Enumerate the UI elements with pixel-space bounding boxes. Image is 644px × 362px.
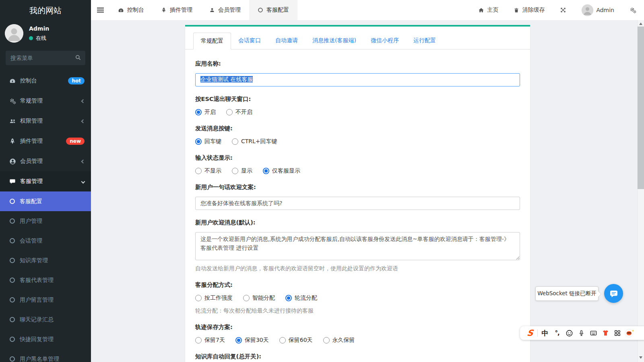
sidebar-submenu: 客服配置 用户管理 会话管理 知识库管理 客服代表管理 用户留言管理 聊天记录汇… [0,191,91,362]
microphone-icon[interactable] [575,326,587,340]
radio-option[interactable]: 保留30天 [235,337,269,344]
sidebar-item-dashboard[interactable]: 控制台 hot [0,71,91,91]
circle-icon [258,7,263,13]
radio-label: CTRL+回车键 [241,138,277,145]
radio-option[interactable]: 智能分配 [243,294,275,302]
home-icon [478,7,484,13]
submenu-item-knowledge-mgmt[interactable]: 知识库管理 [0,251,91,270]
home-link[interactable]: 主页 [471,0,506,20]
submenu-item-session-mgmt[interactable]: 会话管理 [0,231,91,251]
page-scrollbar[interactable] [637,20,644,362]
submenu-label: 会话管理 [20,237,42,245]
cogs-icon [630,7,636,14]
sogou-logo-icon[interactable]: S [523,326,537,340]
radio-icon [226,109,233,115]
fullscreen-button[interactable] [552,0,574,20]
radio-icon [195,295,202,301]
radio-option[interactable]: 开启 [195,109,216,116]
search-icon [75,54,81,61]
radio-option[interactable]: 保留7天 [195,337,225,344]
chat-bubble-button[interactable] [604,284,623,303]
skin-theme-icon[interactable] [599,326,611,340]
radio-icon [195,337,202,343]
radio-option[interactable]: CTRL+回车键 [232,138,277,145]
chat-icon [609,288,619,299]
topbar-tab-members[interactable]: 会员管理 [201,0,249,20]
scroll-up-arrow-icon[interactable] [639,23,642,25]
toolbox-grid-icon[interactable] [611,326,623,340]
settings-button[interactable] [622,0,644,20]
radio-label: 开启 [204,109,216,116]
radio-option[interactable]: 显示 [232,167,252,175]
user-menu[interactable]: Admin [574,0,622,20]
radio-option[interactable]: 不显示 [195,167,221,175]
sidebar-item-general[interactable]: 常规管理 [0,91,91,111]
welcome-message-help: 自动发送给新用户的消息，客服代表的欢迎语留空时，使用此处设置的作为欢迎语 [195,265,520,272]
app-name-input[interactable]: 企业猫测试 在线客服 [195,73,520,86]
sidebar: 我的网站 Admin 在线 控制台 hot 常规管理 权限管理 [0,0,91,362]
sidebar-item-service[interactable]: 客服管理 [0,171,91,191]
topbar-tab-plugins[interactable]: 插件管理 [153,0,201,20]
radio-group-assign-mode: 按工作强度 智能分配 轮流分配 [195,294,520,302]
hamburger-menu-icon[interactable] [91,0,109,20]
welcome-oneliner-input[interactable] [195,197,520,210]
radio-option[interactable]: 仅客服显示 [263,167,300,175]
divider [537,329,538,337]
tab-general-config[interactable]: 常规配置 [193,33,231,49]
submenu-item-service-config[interactable]: 客服配置 [0,191,91,211]
radio-option[interactable]: 回车键 [195,138,221,145]
topbar-tab-label: 会员管理 [218,6,241,14]
rocket-icon [9,138,16,145]
radio-label: 保留7天 [204,337,225,344]
radio-option[interactable]: 轮流分配 [285,294,317,302]
scroll-down-arrow-icon[interactable] [639,356,642,359]
comment-icon [9,178,16,185]
radio-option[interactable]: 永久保留 [323,337,355,344]
submenu-item-quickreply[interactable]: 快捷回复管理 [0,329,91,349]
keyboard-icon[interactable] [587,326,599,340]
radio-icon [232,138,238,145]
emoji-icon[interactable] [563,326,575,340]
chevron-left-icon [81,119,85,123]
radio-group-typing-status: 不显示 显示 仅客服显示 [195,167,520,175]
sidebar-item-permissions[interactable]: 权限管理 [0,111,91,131]
submenu-item-user-mgmt[interactable]: 用户管理 [0,211,91,231]
topbar-tab-service-config[interactable]: 客服配置 [249,0,297,20]
radio-label: 保留30天 [245,337,269,344]
submenu-item-chatlog[interactable]: 聊天记录汇总 [0,310,91,329]
circle-icon [10,317,15,322]
input-method-toolbar: S 中 °, [520,326,644,340]
config-form: 应用名称: 企业猫测试 在线客服 按ESC退出聊天窗口: 开启 不开启 发送消息… [185,49,530,362]
tab-message-push[interactable]: 消息推送(客服端) [305,33,363,49]
menu-search-input[interactable] [6,51,85,65]
radio-option[interactable]: 保留60天 [279,337,313,344]
welcome-message-textarea[interactable]: 这是一个欢迎新用户的消息,系统为用户成功分配客服后,自动以该客服身份发送此消息~… [195,232,520,260]
submenu-item-blacklist[interactable]: 用户黑名单管理 [0,349,91,362]
topbar-tab-dashboard[interactable]: 控制台 [109,0,153,20]
ai-assistant-icon[interactable] [623,326,636,340]
submenu-item-message-mgmt[interactable]: 用户留言管理 [0,290,91,310]
radio-label: 仅客服显示 [272,167,300,175]
ime-punctuation-toggle[interactable]: °, [551,326,563,340]
radio-icon [235,337,242,343]
sidebar-item-members[interactable]: 会员管理 [0,151,91,171]
sidebar-item-plugins[interactable]: 插件管理 new [0,131,91,151]
tab-wechat-miniprogram[interactable]: 微信小程序 [363,33,406,49]
scrollbar-thumb[interactable] [638,27,644,189]
trash-icon [514,7,519,13]
clear-cache-button[interactable]: 清除缓存 [506,0,552,20]
ime-language-toggle[interactable]: 中 [539,326,551,340]
radio-option[interactable]: 按工作强度 [195,294,233,302]
circle-icon [10,356,15,362]
tab-auto-invite[interactable]: 自动邀请 [268,33,305,49]
gauge-icon [118,7,124,13]
radio-option[interactable]: 不开启 [226,109,252,116]
tab-chat-window[interactable]: 会话窗口 [231,33,268,49]
submenu-label: 用户黑名单管理 [20,356,59,362]
radio-group-track-retention: 保留7天 保留30天 保留60天 永久保留 [195,337,520,344]
radio-label: 不显示 [204,167,221,175]
submenu-item-agent-mgmt[interactable]: 客服代表管理 [0,270,91,290]
tab-runtime-config[interactable]: 运行配置 [406,33,443,49]
selected-text: 企业猫测试 在线客服 [200,76,253,82]
content-area: 常规配置 会话窗口 自动邀请 消息推送(客服端) 微信小程序 运行配置 应用名称… [91,20,637,362]
